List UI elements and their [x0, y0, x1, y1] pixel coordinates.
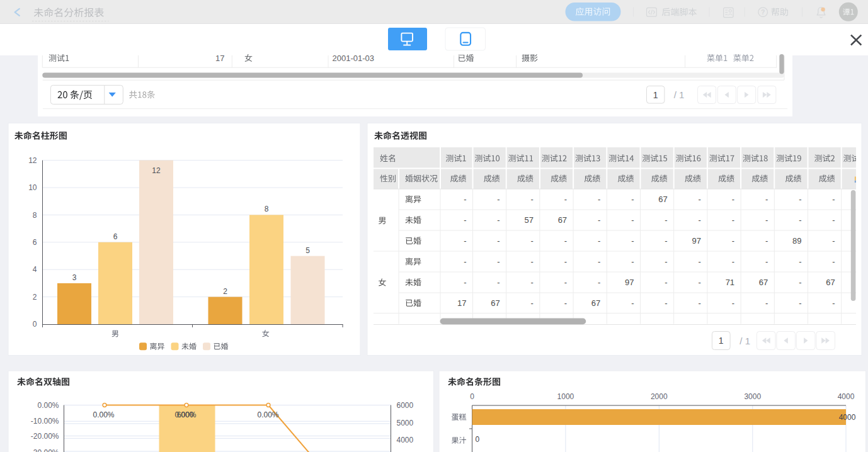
svg-text:8: 8	[33, 211, 37, 220]
svg-text:-: -	[765, 195, 768, 204]
svg-text:8: 8	[265, 205, 269, 213]
svg-text:-: -	[665, 278, 667, 287]
svg-text:-: -	[665, 257, 667, 266]
svg-text:-: -	[631, 298, 634, 308]
svg-text:12: 12	[152, 166, 161, 175]
svg-text:-: -	[765, 257, 768, 266]
svg-text:-: -	[598, 215, 600, 225]
svg-text:-: -	[665, 236, 667, 246]
svg-text:-: -	[699, 278, 701, 287]
svg-text:0: 0	[476, 435, 480, 444]
svg-text:-: -	[732, 236, 734, 246]
svg-text:4: 4	[33, 265, 37, 274]
svg-text:1: 1	[719, 336, 724, 346]
svg-text:3000: 3000	[744, 392, 761, 401]
svg-text:-: -	[464, 195, 466, 204]
svg-text:-: -	[631, 195, 634, 204]
svg-text:2001-01-03: 2001-01-03	[333, 54, 375, 63]
svg-text:-: -	[564, 257, 567, 266]
svg-text:1000: 1000	[557, 392, 574, 401]
svg-text:-: -	[531, 195, 534, 204]
svg-text:57: 57	[524, 215, 533, 225]
svg-text:-: -	[497, 278, 500, 287]
svg-text:-: -	[598, 236, 600, 246]
svg-text:-30.00%: -30.00%	[31, 448, 59, 452]
svg-text:-: -	[699, 195, 701, 204]
svg-text:-: -	[799, 195, 801, 204]
svg-text:-: -	[699, 215, 701, 225]
svg-text:4000: 4000	[839, 413, 856, 422]
svg-text:67: 67	[491, 298, 500, 308]
svg-text:6: 6	[113, 232, 118, 241]
svg-text:-: -	[799, 278, 801, 287]
svg-text:-: -	[531, 298, 534, 308]
svg-text:-: -	[464, 215, 466, 225]
svg-text:0.00%: 0.00%	[174, 410, 196, 419]
svg-text:-20.00%: -20.00%	[31, 432, 59, 441]
svg-text:-: -	[464, 278, 466, 287]
svg-text:-: -	[598, 257, 600, 266]
svg-text:-: -	[732, 215, 734, 225]
svg-text:-: -	[665, 298, 667, 308]
svg-text:-: -	[497, 236, 500, 246]
svg-text:71: 71	[726, 278, 734, 287]
svg-text:-: -	[732, 257, 734, 266]
svg-text:-: -	[464, 257, 466, 266]
svg-text:17: 17	[215, 54, 224, 63]
svg-text:-: -	[732, 298, 734, 308]
svg-text:-: -	[564, 195, 567, 204]
svg-text:?: ?	[761, 8, 765, 16]
svg-text:97: 97	[625, 278, 634, 287]
svg-text:67: 67	[759, 278, 768, 287]
svg-text:/ 1: / 1	[740, 336, 750, 346]
svg-text:5000: 5000	[397, 419, 414, 427]
svg-text:-: -	[631, 257, 634, 266]
svg-text:6: 6	[33, 238, 37, 247]
svg-text:6000: 6000	[397, 401, 414, 410]
svg-text:-: -	[799, 215, 801, 225]
svg-text:10: 10	[28, 183, 37, 192]
svg-text:0: 0	[470, 392, 474, 401]
svg-text:4000: 4000	[397, 436, 414, 444]
svg-text:-: -	[765, 236, 768, 246]
svg-text:67: 67	[658, 195, 667, 204]
svg-text:-: -	[832, 298, 835, 308]
svg-text:0.00%: 0.00%	[93, 410, 114, 419]
svg-text:-: -	[765, 298, 768, 308]
svg-text:2: 2	[33, 293, 37, 302]
svg-text:-: -	[531, 278, 534, 287]
svg-text:-: -	[531, 257, 534, 266]
svg-text:-: -	[564, 236, 567, 246]
svg-text:-: -	[598, 278, 600, 287]
svg-text:3: 3	[72, 273, 77, 282]
svg-text:-: -	[832, 215, 835, 225]
svg-text:-: -	[665, 215, 667, 225]
svg-text:12: 12	[28, 156, 37, 165]
svg-text:-: -	[799, 298, 801, 308]
svg-text:-: -	[699, 257, 701, 266]
svg-text:67: 67	[558, 215, 567, 225]
svg-text:2: 2	[223, 287, 227, 296]
svg-text:2000: 2000	[651, 392, 668, 401]
svg-text:-: -	[497, 215, 500, 225]
svg-text:67: 67	[591, 298, 600, 308]
svg-text:1: 1	[653, 90, 658, 100]
svg-text:0: 0	[33, 320, 37, 329]
svg-text:97: 97	[692, 236, 700, 246]
svg-text:-: -	[832, 236, 835, 246]
svg-text:0.00%: 0.00%	[37, 401, 59, 410]
svg-text:-: -	[464, 236, 466, 246]
svg-text:-: -	[732, 195, 734, 204]
svg-text:4000: 4000	[838, 392, 855, 401]
svg-text:-: -	[497, 257, 500, 266]
svg-text:67: 67	[826, 278, 835, 287]
svg-text:5: 5	[306, 246, 310, 255]
svg-text:-: -	[832, 257, 835, 266]
svg-text:-: -	[564, 278, 567, 287]
svg-text:-: -	[631, 215, 634, 225]
svg-text:-: -	[598, 195, 600, 204]
svg-text:-: -	[799, 257, 801, 266]
svg-text:-: -	[765, 215, 768, 225]
svg-text:89: 89	[792, 236, 801, 246]
svg-text:-: -	[631, 236, 634, 246]
